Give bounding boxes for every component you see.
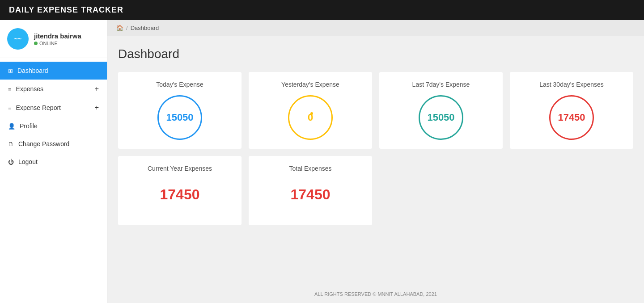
card-total-expenses: Total Expenses 17450 [249, 156, 372, 225]
app-title: DAILY EXPENSE TRACKER [9, 5, 123, 15]
circle-yesterdays: 0 [288, 95, 333, 140]
sidebar-item-change-password[interactable]: 🗋 Change Password [0, 135, 107, 153]
status-label: ONLINE [39, 41, 58, 46]
footer-text: ALL RIGHTS RESERVED © MNNIT ALLAHABAD, 2… [314, 291, 437, 297]
expenses-icon: ≡ [8, 86, 12, 93]
avatar: ~~ [7, 28, 29, 50]
sidebar-item-expense-report[interactable]: ≡ Expense Report + [0, 98, 107, 117]
card-last7-expense: Last 7day's Expense 15050 [379, 72, 503, 149]
expenses-plus-icon: + [95, 85, 99, 93]
card-last30-expense: Last 30day's Expenses 17450 [510, 72, 633, 149]
page-title: Dashboard [118, 47, 633, 61]
value-last7: 15050 [427, 112, 454, 123]
change-password-icon: 🗋 [8, 141, 14, 147]
user-section: ~~ jitendra bairwa ONLINE [0, 20, 107, 58]
user-name: jitendra bairwa [34, 32, 81, 40]
chart-dot [310, 112, 313, 115]
value-last30: 17450 [558, 112, 585, 123]
cards-bottom-row: Current Year Expenses 17450 Total Expens… [118, 156, 633, 225]
dashboard-icon: ⊞ [8, 67, 13, 74]
sidebar-item-logout[interactable]: ⏻ Logout [0, 153, 107, 171]
expense-report-plus-icon: + [95, 104, 99, 112]
breadcrumb: 🏠 / Dashboard [107, 20, 644, 36]
nav-menu: ⊞ Dashboard ≡ Expenses + ≡ Expense Repor… [0, 58, 107, 174]
footer: ALL RIGHTS RESERVED © MNNIT ALLAHABAD, 2… [107, 285, 644, 303]
value-todays: 15050 [166, 112, 193, 123]
topbar: DAILY EXPENSE TRACKER [0, 0, 644, 20]
card-title: Last 30day's Expenses [539, 81, 604, 88]
breadcrumb-home-icon[interactable]: 🏠 [116, 25, 123, 31]
card-yesterdays-expense: Yesterday's Expense 0 [249, 72, 372, 149]
sidebar-item-label: Profile [20, 122, 99, 130]
user-status: ONLINE [34, 41, 81, 46]
content-area: 🏠 / Dashboard Dashboard Today's Expense … [107, 20, 644, 303]
expense-report-icon: ≡ [8, 105, 12, 111]
profile-icon: 👤 [8, 123, 15, 130]
value-current-year: 17450 [160, 186, 200, 203]
card-current-year: Current Year Expenses 17450 [118, 156, 242, 225]
circle-last7: 15050 [419, 95, 463, 140]
circle-last30: 17450 [549, 95, 594, 140]
sidebar-item-label: Change Password [18, 140, 99, 147]
sidebar-item-profile[interactable]: 👤 Profile [0, 117, 107, 135]
user-info: jitendra bairwa ONLINE [34, 32, 81, 46]
main-layout: ~~ jitendra bairwa ONLINE ⊞ Dashboard ≡ … [0, 20, 644, 303]
dashboard-area: Dashboard Today's Expense 15050 Yesterda… [107, 36, 644, 285]
sidebar: ~~ jitendra bairwa ONLINE ⊞ Dashboard ≡ … [0, 20, 107, 303]
circle-todays: 15050 [157, 95, 202, 140]
status-dot [34, 42, 38, 45]
sidebar-item-label: Expense Report [16, 104, 90, 111]
cards-top-row: Today's Expense 15050 Yesterday's Expens… [118, 72, 633, 149]
card-title: Yesterday's Expense [281, 81, 339, 88]
breadcrumb-current: Dashboard [131, 25, 159, 31]
value-total-expenses: 17450 [291, 186, 330, 203]
breadcrumb-separator: / [126, 25, 128, 31]
sidebar-item-expenses[interactable]: ≡ Expenses + [0, 80, 107, 98]
sidebar-item-label: Dashboard [17, 67, 99, 74]
sidebar-item-label: Expenses [16, 85, 90, 93]
sidebar-item-dashboard[interactable]: ⊞ Dashboard [0, 62, 107, 80]
card-title: Today's Expense [156, 81, 203, 88]
card-title: Current Year Expenses [148, 165, 212, 172]
sidebar-item-label: Logout [18, 158, 99, 165]
logout-icon: ⏻ [8, 159, 14, 165]
card-title: Total Expenses [289, 165, 332, 172]
card-title: Last 7day's Expense [412, 81, 470, 88]
card-todays-expense: Today's Expense 15050 [118, 72, 242, 149]
